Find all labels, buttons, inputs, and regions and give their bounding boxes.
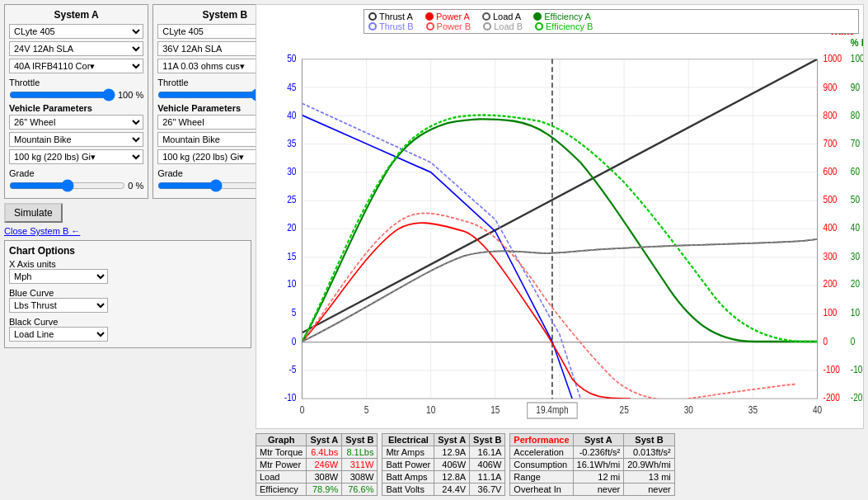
x-axis-select[interactable]: Mph	[9, 269, 108, 284]
graph-col-a-header: Syst A	[307, 434, 342, 446]
svg-text:-10: -10	[284, 392, 297, 403]
system-a-vehicle-params-label: Vehicle Parameters	[9, 103, 143, 113]
svg-text:5: 5	[364, 404, 369, 415]
svg-text:600: 600	[823, 167, 838, 177]
table-row: Load	[256, 471, 307, 483]
svg-text:40: 40	[287, 111, 296, 121]
simulate-button[interactable]: Simulate	[4, 203, 63, 223]
svg-text:300: 300	[823, 251, 838, 262]
legend-row-a: Thrust A Power A Load A Efficiency A	[368, 12, 854, 21]
system-a-throttle-slider[interactable]	[9, 89, 115, 101]
system-b-throttle-slider[interactable]	[157, 89, 264, 101]
legend-power-a: Power A	[425, 12, 470, 21]
blue-curve-select[interactable]: Lbs Thrust	[9, 298, 108, 313]
svg-text:30: 30	[851, 251, 860, 262]
system-a-grade-slider[interactable]	[9, 180, 125, 191]
performance-table: Performance Syst A Syst B Acceleration-0…	[509, 433, 674, 496]
system-a-title: System A	[9, 9, 143, 21]
system-a-grade-val: 0 %	[128, 181, 143, 191]
svg-text:19.4mph: 19.4mph	[536, 404, 568, 415]
system-a-controller-select[interactable]: 40A IRFB4110 Cor▾	[9, 59, 143, 73]
svg-text:0: 0	[851, 336, 856, 347]
svg-text:90: 90	[851, 82, 860, 92]
system-a-rider-select[interactable]: 100 kg (220 lbs) Gi▾	[9, 149, 143, 164]
svg-text:60: 60	[851, 167, 860, 177]
x-axis-label: X Axis units	[9, 259, 246, 269]
chart-options-panel: Chart Options X Axis units Mph Blue Curv…	[4, 240, 251, 348]
system-a-battery-select[interactable]: 24V 12Ah SLA	[9, 41, 143, 56]
svg-text:30: 30	[684, 404, 693, 415]
svg-text:10: 10	[426, 404, 435, 415]
svg-text:800: 800	[823, 111, 838, 121]
legend-thrust-a: Thrust A	[368, 12, 413, 21]
svg-text:40: 40	[851, 223, 860, 233]
legend-row-b: Thrust B Power B Load B Efficiency B	[368, 21, 854, 31]
svg-text:200: 200	[823, 279, 838, 290]
system-a-bike-select[interactable]: Mountain Bike	[9, 132, 143, 147]
svg-text:35: 35	[287, 138, 296, 149]
table-row: Acceleration	[510, 446, 573, 459]
svg-text:-5: -5	[289, 364, 296, 375]
svg-text:20: 20	[287, 223, 296, 233]
svg-text:35: 35	[748, 404, 758, 415]
chart-area: Thrust A Power A Load A Efficiency A	[256, 4, 864, 429]
svg-text:700: 700	[823, 138, 838, 149]
svg-text:45: 45	[287, 82, 296, 92]
svg-text:40: 40	[813, 404, 822, 415]
chart-options-title: Chart Options	[9, 245, 246, 257]
system-a-wheel-select[interactable]: 26" Wheel	[9, 115, 143, 130]
performance-col-a-header: Syst A	[573, 434, 624, 446]
chart-legend: Thrust A Power A Load A Efficiency A	[364, 9, 859, 34]
svg-text:-100: -100	[823, 364, 840, 375]
table-row: Mtr Torque	[256, 446, 307, 459]
performance-col-b-header: Syst B	[624, 434, 675, 446]
graph-col-b-header: Syst B	[342, 434, 378, 446]
legend-efficiency-b: Efficiency B	[535, 21, 593, 31]
svg-text:-10: -10	[851, 364, 863, 375]
svg-text:0: 0	[823, 336, 828, 347]
chart-svg: 50 45 40 35 30 25 20 15 10 5 0 -5 -10 10…	[256, 5, 863, 428]
svg-text:1000: 1000	[823, 53, 842, 64]
legend-load-a: Load A	[482, 12, 521, 21]
system-a-throttle-label: Throttle	[9, 78, 143, 87]
system-a-motor-select[interactable]: CLyte 405	[9, 24, 143, 39]
table-row: Batt Amps	[382, 471, 434, 483]
table-row: Mtr Amps	[382, 446, 434, 459]
table-row: Efficiency	[256, 483, 307, 496]
table-row: Batt Volts	[382, 483, 434, 496]
electrical-table-header: Electrical	[382, 434, 434, 446]
system-a-panel: System A CLyte 405 24V 12Ah SLA 40A IRFB…	[4, 4, 148, 199]
graph-table-header: Graph	[256, 434, 307, 446]
black-curve-select[interactable]: Load Line	[9, 327, 108, 342]
svg-text:400: 400	[823, 223, 838, 233]
black-curve-label: Black Curve	[9, 317, 246, 327]
svg-text:10: 10	[287, 279, 296, 290]
svg-text:% Efficiency: % Efficiency	[851, 36, 863, 49]
table-row: Overheat In	[510, 483, 573, 496]
electrical-col-a-header: Syst A	[434, 434, 470, 446]
system-a-grade-label: Grade	[9, 168, 143, 178]
system-a-throttle-val: 100 %	[118, 90, 143, 100]
svg-text:100: 100	[851, 53, 863, 64]
svg-text:5: 5	[292, 307, 297, 318]
svg-text:50: 50	[287, 53, 296, 64]
svg-text:500: 500	[823, 194, 838, 205]
blue-curve-label: Blue Curve	[9, 288, 246, 298]
graph-table: Graph Syst A Syst B Mtr Torque6.4Lbs8.1L…	[256, 433, 378, 496]
svg-text:80: 80	[851, 111, 860, 121]
svg-text:900: 900	[823, 82, 838, 92]
table-row: Range	[510, 471, 573, 483]
electrical-col-b-header: Syst B	[470, 434, 505, 446]
legend-thrust-b: Thrust B	[368, 21, 414, 31]
legend-efficiency-a: Efficiency A	[533, 12, 591, 21]
svg-text:15: 15	[287, 251, 296, 262]
svg-text:0: 0	[300, 404, 305, 415]
legend-power-b: Power B	[426, 21, 472, 31]
close-system-b-link[interactable]: Close System B ←	[4, 226, 251, 236]
tables-row: Graph Syst A Syst B Mtr Torque6.4Lbs8.1L…	[256, 433, 864, 496]
svg-text:30: 30	[287, 167, 296, 177]
chart-svg-container: 50 45 40 35 30 25 20 15 10 5 0 -5 -10 10…	[256, 5, 863, 428]
svg-text:-200: -200	[823, 392, 840, 403]
svg-text:10: 10	[851, 307, 860, 318]
electrical-table: Electrical Syst A Syst B Mtr Amps12.9A16…	[382, 433, 505, 496]
